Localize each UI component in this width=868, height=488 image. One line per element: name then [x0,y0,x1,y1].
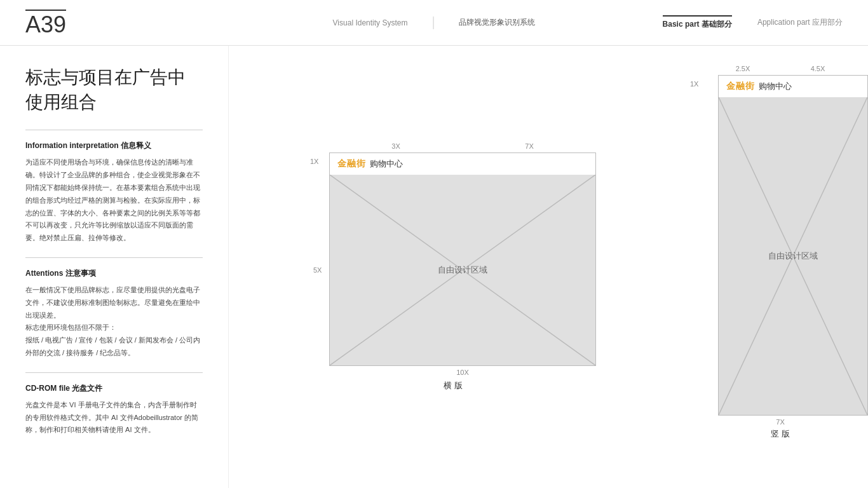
section-attentions: Attentions 注意事项 在一般情况下使用品牌标志，应尽量使用提供的光盘电… [25,268,203,360]
middle-panel: 3X 7X 1X 金融街 购物中心 [229,46,677,488]
h-logo-rest: 购物中心 [370,158,403,170]
h-center-text: 自由设计区域 [438,264,487,276]
v-row-label3: 7X [705,418,855,426]
page-number: A39 [25,10,66,36]
main-content: 标志与项目在广告中使用组合 Information interpretation… [0,46,868,488]
h-caption: 横 版 [310,380,596,391]
page-title: 标志与项目在广告中使用组合 [25,65,203,114]
header-divider [433,17,433,29]
vi-cn-label: 品牌视觉形象识别系统 [459,17,535,28]
left-panel: 标志与项目在广告中使用组合 Information interpretation… [0,46,229,488]
header: A39 Visual Identity System 品牌视觉形象识别系统 Ba… [0,0,868,46]
v-row-label1: 1X [690,80,698,88]
h-inner-box: 5X 自由设计区域 [330,175,595,365]
v-diagram-header: 金融街 购物中心 [719,76,867,97]
divider2 [25,257,203,258]
section1-body: 为适应不同使用场合与环境，确保信息传达的清晰与准确。特设计了企业品牌的多种组合，… [25,156,203,245]
header-center: Visual Identity System 品牌视觉形象识别系统 [333,17,536,29]
v-caption: 竖 版 [690,428,855,440]
app-part-label: Application part 应用部分 [757,17,843,28]
v-logo-rest: 购物中心 [759,81,792,92]
h-row-label1: 1X [310,158,318,165]
divider3 [25,372,203,373]
v-col-label1: 2.5X [736,65,750,72]
section2-body: 在一般情况下使用品牌标志，应尽量使用提供的光盘电子文件，不建议使用标准制图绘制标… [25,284,203,360]
vi-label: Visual Identity System [333,18,408,27]
h-diagram-header: 金融街 购物中心 [330,153,595,175]
basic-part-label: Basic part 基础部分 [663,15,732,30]
section-cdrom: CD-ROM file 光盘文件 光盘文件是本 VI 手册电子文件的集合，内含手… [25,383,203,437]
v-col-label2: 4.5X [811,65,825,72]
section3-title: CD-ROM file 光盘文件 [25,383,203,394]
right-panel: 2.5X 4.5X 1X 金融街 购物中心 [677,46,868,488]
section1-title: Information interpretation 信息释义 [25,140,203,151]
v-logo-gold: 金融街 [726,81,755,92]
h-row-label2: 5X [313,266,322,274]
section-info: Information interpretation 信息释义 为适应不同使用场… [25,140,203,245]
h-col-label1: 3X [391,142,400,150]
v-center-text: 自由设计区域 [768,250,818,262]
section2-title: Attentions 注意事项 [25,268,203,279]
divider1 [25,130,203,130]
h-row-label3: 10X [329,369,596,376]
section3-body: 光盘文件是本 VI 手册电子文件的集合，内含手册制作时的专用软件格式文件。其中 … [25,399,203,437]
h-logo-gold: 金融街 [337,158,366,170]
horizontal-diagram-box: 金融街 购物中心 5X 自由 [329,152,596,366]
v-inner-box: 9X 自由设计区域 [719,97,867,415]
h-col-label2: 7X [525,142,533,150]
vertical-diagram-box: 金融街 购物中心 9X 自由设计区域 [718,75,868,416]
header-right: Basic part 基础部分 Application part 应用部分 [663,15,843,30]
